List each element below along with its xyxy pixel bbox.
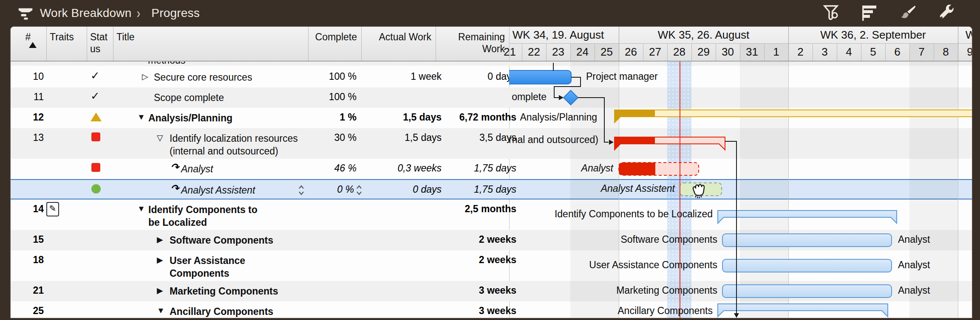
column-header-status[interactable]: Status xyxy=(90,31,110,55)
outline-icon[interactable] xyxy=(861,5,878,22)
toolbar-actions xyxy=(823,0,955,26)
assignment-arrow-icon: ↷ xyxy=(170,161,179,173)
funnel-icon[interactable] xyxy=(823,5,840,22)
complete-value: 100 % xyxy=(308,91,357,103)
row-title: Ancillary Components xyxy=(170,305,273,318)
sort-ascending-icon xyxy=(29,42,37,48)
dep-identify-down-arrowhead xyxy=(734,313,739,318)
bar-analyst-progress xyxy=(619,163,655,175)
red-square-status-icon xyxy=(91,132,100,141)
gantt-area: Project managerompleteAnalysis/Planningr… xyxy=(509,27,972,318)
label-analyst: Analyst xyxy=(581,163,613,174)
dep-milestone-to-identify-arrowhead xyxy=(609,140,614,145)
status-cell: ✓ xyxy=(11,90,113,104)
complete-value: 100 % xyxy=(308,71,357,82)
breadcrumb: Work Breakdown › Progress xyxy=(17,5,200,22)
column-header-remaining[interactable]: Remaining Work xyxy=(439,31,505,55)
work-breakdown-icon xyxy=(17,5,34,22)
green-circle-status-icon xyxy=(91,184,101,194)
edit-pencil-icon: ✎ xyxy=(46,202,59,216)
column-divider xyxy=(87,27,87,61)
bar-secure-core-resources[interactable] xyxy=(509,70,571,84)
row-number: 18 xyxy=(11,254,44,266)
check-icon: ✓ xyxy=(91,69,100,82)
brush-icon[interactable] xyxy=(899,5,916,22)
label-analyst-4: Analyst xyxy=(898,285,930,296)
disclosure-triangle[interactable]: ▶ xyxy=(157,286,163,295)
label-analyst-2: Analyst xyxy=(898,234,930,245)
label-identify-localization-clipped: rnal and outsourced) xyxy=(509,134,598,146)
disclosure-triangle[interactable]: ▼ xyxy=(137,112,145,122)
label-project-manager: Project manager xyxy=(586,71,658,82)
remaining-work-value: 3 weeks xyxy=(436,305,516,317)
actual-work-value: 0,3 weeks xyxy=(361,163,442,174)
column-divider xyxy=(113,27,113,61)
complete-value: 30 % xyxy=(308,132,357,143)
dep-secure-to-milestone-arrowhead xyxy=(559,95,564,100)
label-analysis-planning: Analysis/Planning xyxy=(520,112,597,123)
view-title-secondary: Progress xyxy=(151,6,200,20)
bar-analysis-planning[interactable] xyxy=(615,110,972,123)
status-cell: ✓ xyxy=(11,69,113,84)
assignment-arrow-icon: ↷ xyxy=(170,182,179,194)
bar-analysis-planning-progress xyxy=(615,110,655,123)
label-marketing: Marketing Components xyxy=(616,285,717,296)
bar-software-components[interactable] xyxy=(722,234,892,247)
status-cell xyxy=(11,182,113,196)
warning-triangle-icon xyxy=(91,112,102,121)
row-title: Identify localization resources (interna… xyxy=(170,132,310,157)
bar-marketing-components[interactable] xyxy=(722,285,892,298)
column-header-actual[interactable]: Actual Work xyxy=(365,31,431,43)
row-title: Analysis/Planning xyxy=(148,112,232,124)
wrench-icon[interactable] xyxy=(938,5,955,22)
label-ancillary: Ancillary Components xyxy=(617,305,713,317)
bar-user-assistance-components[interactable] xyxy=(722,259,892,272)
disclosure-triangle[interactable]: ▶ xyxy=(157,255,163,265)
actual-work-value: 1 week xyxy=(361,71,442,82)
red-square-status-icon xyxy=(91,163,100,172)
disclosure-triangle[interactable]: ▼ xyxy=(137,204,145,213)
status-cell xyxy=(11,110,113,124)
column-header-traits[interactable]: Traits xyxy=(50,31,82,43)
column-header-title[interactable]: Title xyxy=(116,31,304,43)
column-divider xyxy=(46,27,47,61)
row-number: 15 xyxy=(11,234,44,245)
column-divider xyxy=(308,27,309,61)
status-cell xyxy=(11,161,113,175)
disclosure-triangle[interactable]: ▶ xyxy=(157,235,163,244)
work-breakdown-panel: #TraitsStatusTitleCompleteActual WorkRem… xyxy=(10,26,972,318)
disclosure-triangle[interactable]: ▽ xyxy=(157,133,163,143)
row-number: 25 xyxy=(11,305,44,317)
remaining-work-value: 6,72 months xyxy=(436,112,516,123)
title-stepper[interactable] xyxy=(298,184,305,196)
remaining-work-value: 2,5 months xyxy=(436,203,516,215)
row-number: 21 xyxy=(11,285,44,296)
row-title: User Assistance Components xyxy=(170,254,274,280)
breadcrumb-separator: › xyxy=(136,5,140,22)
top-toolbar: Work Breakdown › Progress xyxy=(0,0,980,26)
bar-ancillary-components[interactable] xyxy=(718,304,888,317)
bar-identify-components[interactable] xyxy=(718,211,897,223)
disclosure-triangle[interactable]: ▼ xyxy=(157,306,165,315)
row-title: Secure core resources xyxy=(154,71,252,84)
row-title: Analyst xyxy=(181,163,213,175)
remaining-work-value: 3 weeks xyxy=(436,285,516,296)
disclosure-triangle[interactable]: ▷ xyxy=(142,72,148,81)
row-title: Scope complete xyxy=(154,91,224,104)
actual-work-value: 0 days xyxy=(361,184,442,195)
grab-hand-cursor xyxy=(688,180,708,200)
clipped-row-title: methods xyxy=(148,62,185,66)
label-scope-complete-clipped: omplete xyxy=(512,91,547,103)
milestone-scope-complete[interactable] xyxy=(564,90,578,105)
complete-value: 1 % xyxy=(308,112,357,123)
remaining-work-value: 0 days xyxy=(436,71,516,82)
row-title: Identify Components to be Localized xyxy=(148,203,269,229)
row-title: Analyst Assistent xyxy=(181,184,255,196)
column-header-num[interactable]: # xyxy=(14,31,42,43)
actual-work-value: 1,5 days xyxy=(361,132,442,143)
bar-identify-localization-progress xyxy=(615,137,655,150)
remaining-work-value: 2 weeks xyxy=(436,254,516,266)
complete-stepper[interactable] xyxy=(356,184,363,196)
column-header-complete[interactable]: Complete xyxy=(312,31,357,43)
row-title: Marketing Components xyxy=(170,285,278,298)
